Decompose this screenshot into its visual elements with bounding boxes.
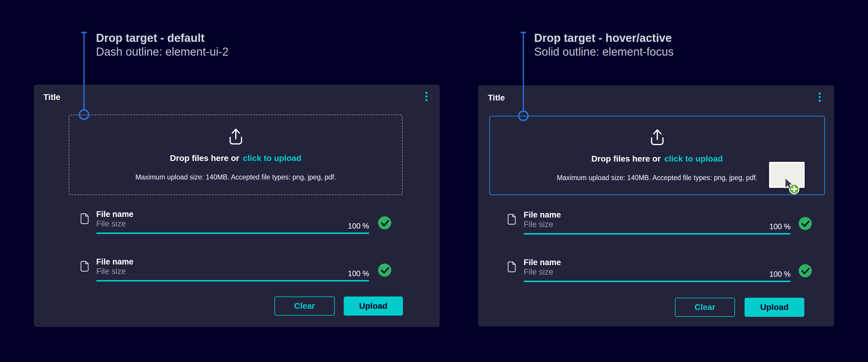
- dropzone-prompt-text: Drop files here or: [591, 154, 661, 163]
- design-canvas: Drop target - default Dash outline: elem…: [0, 0, 868, 362]
- upload-button[interactable]: Upload: [745, 298, 804, 317]
- progress-bar: [96, 280, 369, 281]
- progress-bar: [524, 233, 790, 234]
- file-name: File name: [96, 210, 134, 219]
- file-size: File size: [524, 220, 561, 229]
- dropzone-hint: Maximum upload size: 140MB. Accepted fil…: [135, 173, 336, 181]
- file-name: File name: [524, 258, 561, 267]
- annotation-ring: [79, 109, 89, 120]
- drag-copy-cursor-icon: [779, 175, 803, 199]
- check-circle-icon: [799, 217, 812, 230]
- upload-button[interactable]: Upload: [344, 297, 403, 316]
- file-name: File name: [96, 257, 134, 267]
- clear-button[interactable]: Clear: [274, 297, 335, 316]
- annotation-label: Drop target - hover/active Solid outline…: [534, 31, 674, 59]
- annotation-title: Drop target - default: [96, 31, 229, 45]
- file-icon: [507, 214, 516, 225]
- annotation-line: [523, 32, 524, 110]
- file-size: File size: [524, 267, 561, 277]
- check-circle-icon: [378, 216, 391, 229]
- progress-percent: 100 %: [309, 222, 369, 230]
- upload-card: Title Drop files here orclick to upload …: [34, 85, 440, 327]
- file-size: File size: [96, 219, 134, 228]
- annotation-line: [83, 32, 85, 110]
- file-size: File size: [96, 267, 134, 276]
- progress-percent: 100 %: [309, 269, 369, 278]
- clear-button[interactable]: Clear: [675, 298, 735, 317]
- dropzone-prompt: Drop files here orclick to upload: [170, 154, 302, 163]
- file-text: File name File size: [96, 210, 134, 228]
- upload-card: Title Drop files here orclick to upload …: [478, 85, 834, 326]
- annotation-label: Drop target - default Dash outline: elem…: [96, 31, 229, 59]
- annotation-subtitle: Dash outline: element-ui-2: [96, 45, 229, 59]
- progress-percent: 100 %: [731, 222, 790, 231]
- upload-icon: [228, 128, 244, 145]
- progress-bar: [524, 281, 790, 282]
- progress-bar: [96, 232, 369, 234]
- check-circle-icon: [799, 264, 812, 277]
- file-text: File name File size: [96, 257, 134, 276]
- file-name: File name: [524, 210, 561, 220]
- upload-link[interactable]: click to upload: [243, 154, 301, 163]
- file-icon: [80, 260, 89, 272]
- upload-link[interactable]: click to upload: [664, 154, 723, 163]
- upload-icon: [650, 128, 665, 146]
- dropzone-hint: Maximum upload size: 140MB. Accepted fil…: [557, 174, 757, 182]
- card-title: Title: [43, 92, 60, 102]
- annotation-subtitle: Solid outline: element-focus: [534, 45, 674, 59]
- annotation-title: Drop target - hover/active: [534, 31, 674, 45]
- dropzone-default[interactable]: Drop files here orclick to upload Maximu…: [69, 115, 403, 195]
- dropzone-prompt-text: Drop files here or: [170, 154, 240, 163]
- kebab-menu-icon[interactable]: [425, 92, 427, 101]
- kebab-menu-icon[interactable]: [819, 92, 821, 102]
- dropzone-prompt: Drop files here orclick to upload: [591, 154, 723, 164]
- file-icon: [507, 261, 516, 273]
- annotation-ring: [518, 110, 529, 121]
- check-circle-icon: [378, 263, 391, 277]
- progress-percent: 100 %: [731, 270, 790, 279]
- card-title: Title: [488, 93, 505, 103]
- file-icon: [80, 213, 89, 224]
- file-text: File name File size: [524, 258, 561, 277]
- file-text: File name File size: [524, 210, 561, 229]
